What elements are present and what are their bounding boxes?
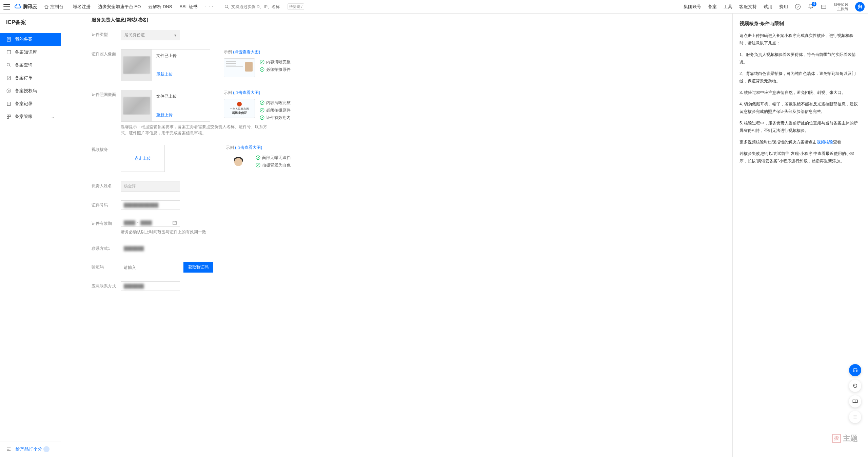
sidebar-item-auth[interactable]: 备案授权码	[0, 84, 61, 97]
contact1-input[interactable]: ███████	[121, 244, 180, 253]
topbar: 腾讯云 控制台 域名注册 边缘安全加速平台 EO 云解析 DNS SSL 证书 …	[0, 0, 868, 14]
panel-p3: 3. 核验过程中应注意表情自然，避免闭眼、斜视、张大口。	[739, 89, 861, 96]
check-icon	[256, 155, 260, 160]
doc-type-select[interactable]: 居民身份证 ▾	[121, 30, 180, 40]
bell-icon[interactable]: 4	[808, 4, 814, 10]
nav-item[interactable]: SSL 证书	[179, 4, 198, 10]
re-upload-link[interactable]: 重新上传	[156, 112, 206, 118]
upload-box-video[interactable]: 点击上传	[121, 145, 165, 172]
search-box[interactable]	[224, 4, 285, 9]
captcha-input[interactable]	[121, 263, 180, 272]
right-link[interactable]: 备案	[708, 4, 717, 10]
order-icon	[6, 75, 12, 81]
logo[interactable]: 腾讯云	[14, 4, 37, 10]
sidebar-item-query[interactable]: 备案查询	[0, 59, 61, 72]
nav-item[interactable]: 边缘安全加速平台 EO	[98, 4, 141, 10]
example-card-back[interactable]: 中华人民共和国 居民身份证	[224, 99, 255, 118]
svg-rect-19	[7, 115, 9, 117]
svg-point-15	[8, 90, 9, 92]
right-panel: 视频核身-条件与限制 请点击上传扫码进入备案小程序完成真实性核验，进行视频核验时…	[732, 14, 868, 457]
svg-rect-9	[7, 51, 11, 54]
hamburger-menu[interactable]	[3, 4, 10, 9]
search-input[interactable]	[231, 4, 285, 9]
label-doc-valid: 证件有效期	[92, 219, 121, 235]
book-icon	[6, 49, 12, 55]
float-buttons	[849, 364, 861, 423]
upload-thumb[interactable]	[121, 49, 152, 81]
label-doc-type: 证件类型	[92, 30, 121, 40]
label-doc-front: 证件照人像面	[92, 49, 121, 81]
sidebar-item-knowledge[interactable]: 备案知识库	[0, 46, 61, 59]
docs-float-btn[interactable]	[849, 395, 861, 408]
console-link[interactable]: 控制台	[44, 4, 63, 10]
example-heading: 示例 (点击查看大图)	[226, 145, 291, 151]
top-nav: 域名注册 边缘安全加速平台 EO 云解析 DNS SSL 证书 · · ·	[73, 4, 214, 10]
avatar[interactable]: 归	[855, 2, 865, 12]
top-right: 集团账号 备案 工具 客服支持 试用 费用 ? 4 归去如风 主账号 归	[684, 2, 865, 12]
right-link[interactable]: 集团账号	[684, 4, 701, 10]
right-link[interactable]: 客服支持	[739, 4, 757, 10]
date-range-input[interactable]: ████~████	[121, 219, 180, 227]
key-icon	[6, 88, 12, 94]
check-list: 内容清晰完整 必须拍摄原件 证件有效期内	[260, 99, 291, 121]
menu-float-btn[interactable]	[849, 411, 861, 423]
sidebar-item-manager[interactable]: 备案管家 ⌄	[0, 110, 61, 123]
headset-icon	[852, 367, 858, 373]
help-icon[interactable]: ?	[795, 4, 801, 10]
check-list: 面部无帽无遮挡 拍摄背景为白色	[256, 154, 291, 169]
svg-point-14	[7, 89, 11, 93]
upload-thumb[interactable]	[121, 90, 152, 121]
right-link[interactable]: 工具	[724, 4, 732, 10]
upload-status: 文件已上传	[156, 94, 206, 99]
doc-no-input[interactable]: ████████████	[121, 200, 180, 210]
doc-icon	[6, 37, 12, 42]
check-icon	[260, 115, 264, 120]
sidebar-item-records[interactable]: 备案记录	[0, 97, 61, 110]
label-doc-back: 证件照国徽面	[92, 90, 121, 136]
right-link[interactable]: 试用	[764, 4, 772, 10]
example-preview-link[interactable]: (点击查看大图)	[233, 49, 260, 54]
list-icon	[852, 414, 858, 420]
rating-link[interactable]: 给产品打个分	[16, 446, 50, 452]
label-doc-no: 证件号码	[92, 200, 121, 210]
shortcut-badge: 快捷键 /	[288, 3, 304, 10]
get-captcha-button[interactable]: 获取验证码	[183, 262, 213, 273]
emergency-input[interactable]: ███████	[121, 281, 180, 291]
sidebar-item-orders[interactable]: 备案订单	[0, 72, 61, 84]
nav-more[interactable]: · · ·	[205, 4, 213, 10]
refresh-icon	[852, 383, 858, 389]
grid-icon	[6, 114, 12, 119]
example-card-front[interactable]	[224, 58, 255, 77]
support-float-btn[interactable]	[849, 364, 861, 376]
check-icon	[260, 67, 264, 72]
window-icon[interactable]	[821, 4, 827, 10]
home-icon	[44, 4, 49, 9]
refresh-float-btn[interactable]	[849, 380, 861, 392]
video-verify-link[interactable]: 视频核验	[817, 140, 833, 144]
collapse-icon[interactable]	[6, 446, 12, 452]
check-icon	[260, 60, 264, 64]
label-video: 视频核身	[92, 145, 121, 172]
nav-item[interactable]: 云解析 DNS	[148, 4, 172, 10]
sidebar-footer: 给产品打个分	[0, 441, 61, 457]
right-link[interactable]: 费用	[779, 4, 788, 10]
chevron-down-icon: ▾	[174, 33, 176, 38]
panel-p5: 5. 核验过程中，服务负责人当前所处的位置须与当前备案主体的所属省份相符，否则无…	[739, 119, 861, 134]
nav-item[interactable]: 域名注册	[73, 4, 91, 10]
cloud-logo-icon	[14, 4, 22, 10]
upload-status: 文件已上传	[156, 53, 206, 59]
panel-p7: 若核验失败,您可以尝试前往 发现-小程序 中查看最近使用的小程序，长按"腾讯云备…	[739, 150, 861, 165]
re-upload-link[interactable]: 重新上传	[156, 72, 206, 77]
example-video-card[interactable]	[226, 154, 251, 172]
example-preview-link[interactable]: (点击查看大图)	[233, 90, 260, 95]
click-upload-link[interactable]: 点击上传	[135, 156, 151, 161]
example-preview-link[interactable]: (点击查看大图)	[235, 145, 262, 150]
account-info: 归去如风 主账号	[833, 2, 848, 11]
sidebar-item-my-filing[interactable]: 我的备案	[0, 33, 61, 46]
calendar-icon	[172, 220, 177, 225]
svg-rect-20	[9, 115, 11, 117]
book-open-icon	[852, 399, 858, 404]
upload-box-front: 文件已上传 重新上传	[121, 49, 210, 81]
sidebar-title: ICP备案	[0, 14, 61, 33]
panel-p4: 4. 切勿佩戴耳机、帽子，若戴眼镜不能有反光遮挡眼部信息，建议留意核验完成的照片…	[739, 100, 861, 115]
